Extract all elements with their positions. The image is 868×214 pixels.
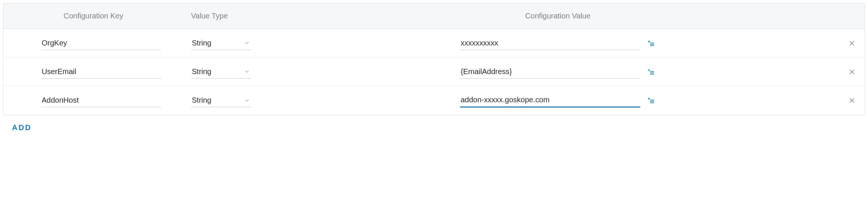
add-button[interactable]: ADD [12,123,32,132]
lookup-icon [647,68,655,76]
value-type-text: String [192,39,244,47]
lookup-button[interactable] [645,38,656,49]
close-icon [848,97,856,104]
config-key-input[interactable] [41,65,161,79]
value-type-text: String [192,67,244,76]
remove-row-button[interactable] [847,95,857,106]
lookup-button[interactable] [645,95,656,106]
lookup-button[interactable] [645,67,656,77]
cell-config-value [289,93,827,108]
close-icon [848,68,856,76]
table-row: String [3,58,865,86]
cell-actions [827,67,857,77]
header-value-type: Value Type [176,12,289,20]
config-key-input[interactable] [41,94,161,107]
config-table: Configuration Key Value Type Configurati… [3,3,865,115]
cell-config-key [11,94,176,107]
value-type-select[interactable]: String [191,36,251,50]
lookup-icon [647,39,655,47]
config-value-input[interactable] [460,36,640,50]
header-config-value: Configuration Value [289,12,827,20]
table-header-row: Configuration Key Value Type Configurati… [3,3,865,29]
cell-config-key [11,65,176,79]
cell-config-key [11,36,176,50]
cell-config-value [289,65,827,79]
table-row: String [3,29,865,58]
cell-actions [827,38,857,49]
config-value-input[interactable] [460,65,640,79]
header-config-key: Configuration Key [11,12,176,20]
lookup-icon [647,96,655,105]
value-type-select[interactable]: String [191,94,251,107]
remove-row-button[interactable] [847,67,857,77]
remove-row-button[interactable] [847,38,857,49]
close-icon [848,39,856,47]
value-type-text: String [192,96,244,105]
chevron-down-icon [244,39,250,46]
chevron-down-icon [244,97,250,104]
cell-actions [827,95,857,106]
cell-value-type: String [176,36,289,50]
table-row: String [3,86,865,115]
chevron-down-icon [244,68,250,75]
config-key-input[interactable] [41,36,161,50]
value-type-select[interactable]: String [191,65,251,79]
cell-config-value [289,36,827,50]
cell-value-type: String [176,65,289,79]
cell-value-type: String [176,94,289,107]
config-value-input[interactable] [460,93,640,108]
